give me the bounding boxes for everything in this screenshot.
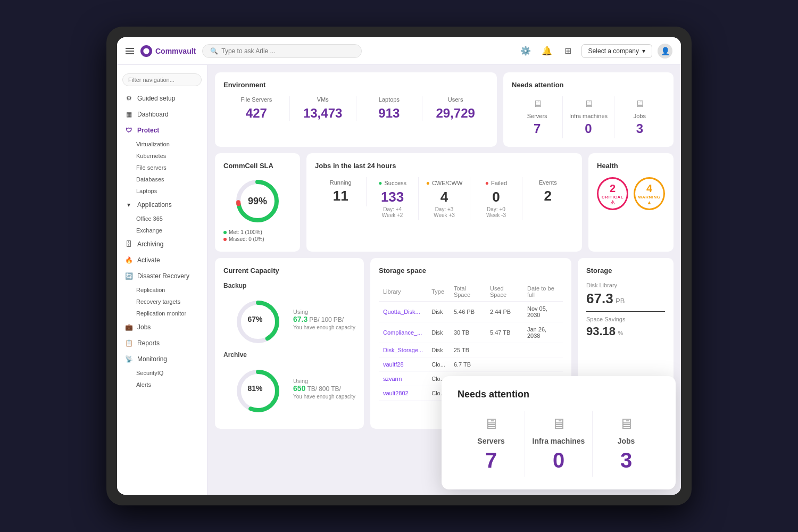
- sidebar-sub-replication-monitor[interactable]: Replication monitor: [117, 307, 207, 319]
- table-cell-library[interactable]: Compliance_...: [379, 322, 427, 343]
- env-stat-laptops: Laptops 913: [356, 96, 423, 121]
- jobs-stats: Running 11 ● Success 133: [315, 177, 573, 220]
- topbar-icons: ⚙️ 🔔 ⊞ Select a company ▾ 👤: [518, 43, 672, 59]
- sidebar-item-guided-setup[interactable]: ⚙ Guided setup: [117, 90, 207, 106]
- archive-donut: 81%: [234, 367, 277, 410]
- table-cell-library[interactable]: vaultf28: [379, 358, 427, 372]
- table-cell-library[interactable]: vault2802: [379, 386, 427, 401]
- sla-donut: 99%: [234, 177, 281, 225]
- env-stat-vms: VMs 13,473: [290, 96, 356, 121]
- attention-stats: 🖥 Servers 7 🖥 Infra machines 0 🖥: [512, 96, 665, 138]
- grid-icon[interactable]: ⊞: [560, 43, 576, 59]
- job-stat-failed: ● Failed 0 Day: +0 Week -3: [470, 177, 522, 220]
- sla-title: CommCell SLA: [223, 162, 292, 170]
- backup-note: You have enough capacity: [293, 325, 355, 330]
- env-value-file-servers: 427: [223, 106, 289, 121]
- env-stat-file-servers: File Servers 427: [223, 96, 290, 121]
- backup-using-label: Using: [293, 309, 355, 315]
- sidebar-item-monitoring[interactable]: 📡 Monitoring: [117, 351, 207, 367]
- sidebar-sub-office365[interactable]: Office 365: [117, 213, 207, 225]
- job-stat-success: ● Success 133 Day: +4 Week +2: [367, 177, 418, 220]
- infra-icon: 🖥: [565, 98, 611, 110]
- critical-label: CRITICAL: [602, 195, 624, 200]
- env-label-file-servers: File Servers: [223, 96, 289, 103]
- jobs-card: Jobs in the last 24 hours Running 11 ●: [306, 153, 582, 252]
- sidebar-item-disaster-recovery[interactable]: 🔄 Disaster Recovery: [117, 268, 207, 284]
- logo-text: Commvault: [155, 47, 196, 55]
- sidebar-sub-securityiq[interactable]: SecurityIQ: [117, 367, 207, 379]
- space-savings-unit: %: [618, 330, 624, 336]
- search-input[interactable]: [221, 47, 354, 55]
- backup-section: Backup 67% Using: [223, 282, 355, 345]
- storage-space-title: Storage space: [379, 267, 563, 275]
- sidebar-sub-exchange[interactable]: Exchange: [117, 225, 207, 236]
- health-title: Health: [597, 162, 665, 170]
- warning-value: 4: [646, 182, 652, 195]
- sidebar-item-archiving[interactable]: 🗄 Archiving: [117, 236, 207, 252]
- guided-setup-icon: ⚙: [124, 94, 133, 103]
- table-cell-total: 30 TB: [450, 322, 486, 343]
- table-cell-library[interactable]: szvarm: [379, 372, 427, 386]
- popup-stat-servers: 🖥 Servers 7: [458, 411, 525, 477]
- job-stat-cwecww: ● CWE/CWW 4 Day: +3 Week +3: [419, 177, 470, 220]
- sla-card: CommCell SLA 99% M: [215, 153, 300, 252]
- needs-attention-card: Needs attention 🖥 Servers 7 🖥 Infra mach…: [503, 72, 674, 147]
- table-cell-type: Disk: [427, 343, 450, 358]
- job-value-success: 133: [371, 189, 413, 205]
- protect-icon: 🛡: [124, 126, 133, 135]
- sidebar-filter[interactable]: [122, 73, 202, 86]
- search-icon: 🔍: [210, 47, 218, 55]
- sidebar-item-protect[interactable]: 🛡 Protect: [117, 122, 207, 138]
- job-sub-success: Day: +4 Week +2: [371, 206, 413, 218]
- sidebar-sub-kubernetes[interactable]: Kubernetes: [117, 150, 207, 162]
- table-cell-used: 2.44 PB: [486, 302, 523, 322]
- sidebar-sub-recovery-targets[interactable]: Recovery targets: [117, 296, 207, 307]
- job-value-running: 11: [319, 188, 362, 204]
- table-cell-date: Nov 05, 2030: [523, 302, 563, 322]
- bell-icon[interactable]: 🔔: [539, 43, 555, 59]
- table-cell-used: [486, 358, 523, 372]
- sidebar-sub-databases[interactable]: Databases: [117, 173, 207, 185]
- sidebar: ⚙ Guided setup ▦ Dashboard 🛡 Protect Vir…: [117, 65, 207, 495]
- table-cell-library[interactable]: Quotta_Disk...: [379, 302, 427, 322]
- sidebar-item-activate[interactable]: 🔥 Activate: [117, 252, 207, 268]
- health-badge-warning[interactable]: 4 WARNING ▲: [634, 177, 665, 210]
- archive-section: Archive 81% Using: [223, 351, 355, 414]
- sidebar-sub-file-servers[interactable]: File servers: [117, 162, 207, 173]
- env-value-vms: 13,473: [290, 106, 356, 121]
- critical-value: 2: [610, 182, 616, 195]
- att-value-infra: 0: [565, 121, 611, 136]
- att-label-servers: Servers: [514, 113, 560, 119]
- sidebar-sub-replication[interactable]: Replication: [117, 284, 207, 296]
- backup-donut: 67%: [234, 298, 277, 340]
- table-cell-total: 5.46 PB: [450, 302, 486, 322]
- health-badges: 2 CRITICAL ⚠ 4 WARNING ▲: [597, 177, 665, 210]
- jobs-icon: 💼: [124, 323, 133, 331]
- sidebar-item-jobs[interactable]: 💼 Jobs: [117, 319, 207, 335]
- job-value-failed: 0: [475, 189, 517, 205]
- servers-icon: 🖥: [514, 98, 560, 110]
- settings-icon[interactable]: ⚙️: [518, 43, 534, 59]
- backup-donut-row: 67% Using 67.3 PB/ 100 PB/: [223, 294, 355, 345]
- sidebar-sub-virtualization[interactable]: Virtualization: [117, 138, 207, 150]
- sidebar-sub-alerts[interactable]: Alerts: [117, 379, 207, 390]
- hamburger-menu[interactable]: [126, 48, 134, 54]
- popup-jobs-value: 3: [597, 448, 655, 472]
- dashboard-icon: ▦: [124, 110, 133, 119]
- sidebar-item-reports[interactable]: 📋 Reports: [117, 335, 207, 351]
- needs-attention-title: Needs attention: [512, 81, 665, 89]
- company-select[interactable]: Select a company ▾: [581, 44, 652, 58]
- job-label-cwecww: ● CWE/CWW: [423, 179, 466, 187]
- health-badge-critical[interactable]: 2 CRITICAL ⚠: [597, 177, 628, 210]
- sidebar-item-dashboard[interactable]: ▦ Dashboard: [117, 106, 207, 122]
- user-avatar[interactable]: 👤: [658, 44, 672, 59]
- search-bar[interactable]: 🔍: [202, 44, 362, 58]
- backup-info: Using 67.3 PB/ 100 PB/ You have enough c…: [293, 309, 355, 330]
- sidebar-filter-input[interactable]: [122, 73, 202, 86]
- met-dot: [223, 231, 227, 234]
- sidebar-item-applications[interactable]: ▾ Applications: [117, 197, 207, 213]
- table-cell-library[interactable]: Disk_Storage...: [379, 343, 427, 358]
- sidebar-sub-laptops[interactable]: Laptops: [117, 185, 207, 197]
- warning-icon: ▲: [647, 200, 652, 205]
- table-cell-type: Disk: [427, 322, 450, 343]
